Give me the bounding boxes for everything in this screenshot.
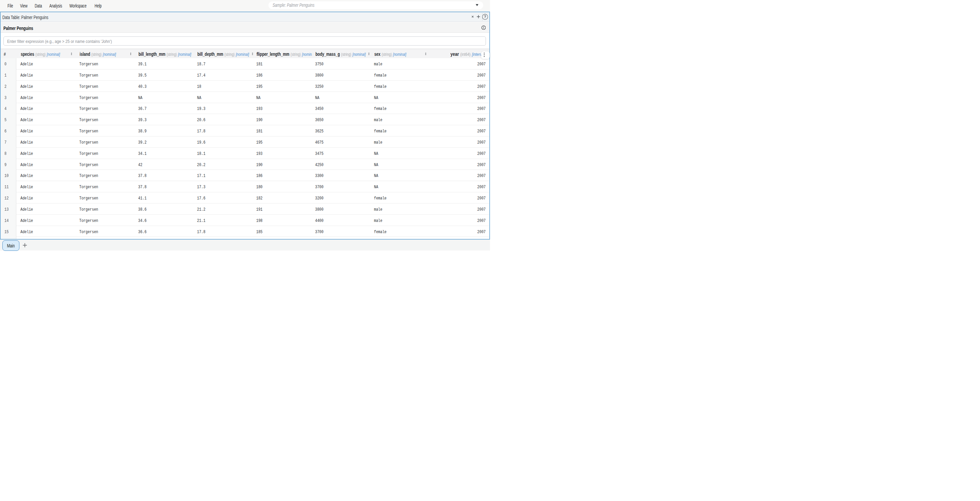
svg-text:?: ?	[484, 15, 486, 19]
